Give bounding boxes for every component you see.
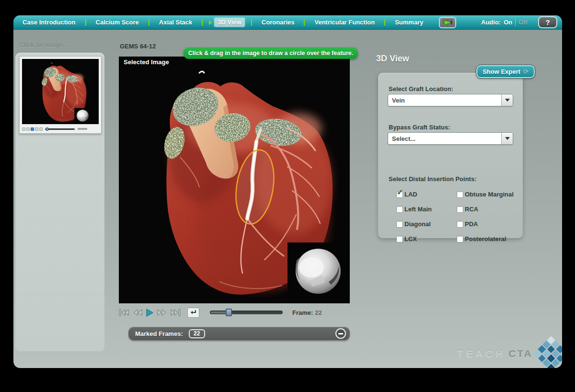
checkmark-icon: ✓	[397, 189, 403, 196]
thumb-slider-handle[interactable]	[46, 127, 48, 131]
tab-separator	[85, 19, 86, 26]
loop-button[interactable]	[187, 308, 199, 318]
tab-separator	[384, 19, 385, 26]
play-button[interactable]	[146, 309, 153, 317]
back-button[interactable]	[439, 17, 456, 28]
image-list-panel	[15, 53, 104, 351]
active-tab-arrow-icon	[209, 20, 212, 25]
checkbox-label: LAD	[404, 191, 417, 198]
insertion-points-checkboxes: ✓LADLeft MainDiagonalLCXObtuse MarginalR…	[396, 187, 516, 246]
thumb-skip-end-icon[interactable]	[39, 127, 43, 131]
audio-off-option[interactable]: Off	[518, 19, 528, 26]
chevron-down-icon	[505, 137, 510, 140]
checkbox-label: LCX	[404, 235, 417, 242]
frame-value: 22	[315, 309, 322, 316]
thumb-slider[interactable]	[45, 128, 75, 130]
audio-on-option[interactable]: On	[504, 19, 512, 26]
help-button[interactable]: ?	[538, 16, 557, 28]
minus-icon	[338, 333, 343, 334]
chevron-down-icon	[505, 99, 510, 102]
checkbox-box[interactable]	[457, 191, 463, 198]
checkbox-box[interactable]	[396, 206, 403, 213]
tab-label: Summary	[391, 18, 426, 27]
audio-label: Audio:	[481, 19, 501, 26]
top-navigation-bar: Case IntroductionCalcium ScoreAxial Stac…	[13, 15, 562, 30]
back-arrow-icon	[442, 19, 453, 26]
expert-pencil-icon: ⟳	[523, 68, 529, 75]
playback-controls: Frame: 22	[119, 305, 350, 320]
marked-frames-bar: Marked Frames: 22	[128, 327, 350, 340]
application-screenshot: Case IntroductionCalcium ScoreAxial Stac…	[0, 0, 575, 392]
checkbox-obtuse-marginal[interactable]: Obtuse Marginal	[457, 187, 516, 202]
image-thumbnail[interactable]	[19, 56, 102, 134]
skip-start-button[interactable]	[119, 309, 129, 316]
tab-label: Coronaries	[258, 18, 298, 27]
graft-location-dropdown-button[interactable]	[501, 94, 513, 106]
loop-icon	[190, 310, 197, 315]
checkbox-box[interactable]	[457, 236, 463, 242]
checkbox-pda[interactable]: PDA	[457, 217, 516, 231]
instruction-tooltip: Click & drag in the image to draw a circ…	[184, 47, 358, 59]
selected-image-viewport[interactable]: Selected Image	[119, 57, 350, 303]
tab-separator	[202, 19, 203, 26]
tab-axial-stack[interactable]: Axial Stack	[156, 18, 196, 27]
frame-label: Frame:	[292, 309, 313, 316]
brand-logo: TEACH CTA	[457, 341, 562, 366]
marked-frames-label: Marked Frames:	[135, 330, 183, 337]
checkbox-label: Diagonal	[404, 220, 431, 228]
thumbnail-heart-render	[22, 59, 99, 124]
skip-end-button[interactable]	[171, 309, 181, 316]
marked-frame-badge[interactable]: 22	[189, 329, 205, 338]
checkbox-diagonal[interactable]: Diagonal	[396, 217, 457, 231]
tab-calcium-score[interactable]: Calcium Score	[92, 18, 142, 27]
tab-summary[interactable]: Summary	[391, 18, 426, 27]
checkbox-box[interactable]	[396, 236, 403, 242]
checkbox-posterolateral[interactable]: Posterolateral	[457, 231, 516, 246]
graft-status-dropdown[interactable]: Select...	[388, 132, 513, 145]
tab-coronaries[interactable]: Coronaries	[258, 18, 298, 27]
audio-toggle: Audio: On Off	[481, 19, 528, 26]
graft-location-dropdown[interactable]: Vein	[388, 94, 513, 106]
checkbox-box[interactable]	[396, 221, 403, 228]
graft-status-value: Select...	[388, 135, 501, 142]
checkbox-label: RCA	[465, 206, 478, 213]
graft-status-label: Bypass Graft Status:	[389, 124, 450, 131]
thumb-skip-start-icon[interactable]	[22, 127, 25, 131]
thumb-rewind-icon[interactable]	[26, 127, 30, 131]
thumbnail-image[interactable]	[22, 59, 99, 124]
tab-case-introduction[interactable]: Case Introduction	[19, 18, 79, 27]
tab-ventricular-function[interactable]: Ventricular Function	[311, 18, 378, 27]
thumb-frame-label	[78, 128, 87, 130]
checkbox-lcx[interactable]: LCX	[396, 231, 457, 246]
thumb-forward-icon[interactable]	[35, 127, 38, 131]
checkbox-rca[interactable]: RCA	[457, 202, 516, 217]
checkbox-box[interactable]: ✓	[396, 191, 403, 198]
insertion-points-label: Select Distal Insertion Points:	[389, 175, 477, 183]
tab-label: Axial Stack	[156, 18, 196, 27]
show-expert-button[interactable]: Show Expert ⟳	[476, 65, 535, 78]
study-label: GEMS 64-12	[120, 43, 156, 50]
panel-title: 3D View	[376, 54, 409, 64]
fast-forward-button[interactable]	[157, 309, 167, 316]
rewind-button[interactable]	[133, 309, 142, 316]
checkbox-label: Obtuse Marginal	[465, 191, 514, 198]
app-window: Case IntroductionCalcium ScoreAxial Stac…	[13, 15, 562, 368]
graft-location-label: Select Graft Location:	[389, 85, 453, 92]
nav-tabs: Case IntroductionCalcium ScoreAxial Stac…	[19, 18, 426, 27]
show-expert-label: Show Expert	[483, 68, 520, 75]
brand-cta-text: CTA	[508, 348, 533, 359]
checkbox-box[interactable]	[457, 206, 463, 213]
tab-label: Calcium Score	[92, 18, 142, 27]
thumbnail-playback-controls[interactable]	[22, 126, 99, 132]
frame-slider-handle[interactable]	[226, 309, 232, 316]
checkbox-left-main[interactable]: Left Main	[396, 202, 457, 217]
checkbox-lad[interactable]: ✓LAD	[396, 187, 457, 202]
remove-marked-frame-button[interactable]	[335, 328, 346, 339]
help-label: ?	[545, 18, 550, 26]
checkbox-box[interactable]	[457, 221, 463, 228]
selected-image-label: Selected Image	[124, 58, 169, 66]
graft-status-dropdown-button[interactable]	[501, 133, 513, 144]
frame-slider[interactable]	[210, 311, 283, 314]
tab-3d-view[interactable]: 3D View	[209, 18, 245, 27]
thumb-play-icon[interactable]	[31, 127, 34, 131]
